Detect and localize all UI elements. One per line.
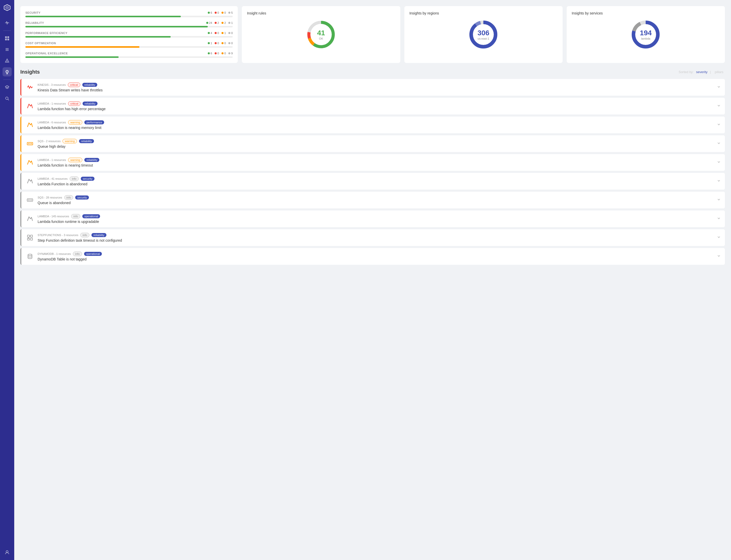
badge-item: 1	[228, 21, 233, 24]
insights-header: Insights Sorted by: severity | pillars	[20, 69, 725, 75]
badge-item: 0	[228, 31, 233, 35]
dot-icon	[208, 32, 210, 34]
insight-item[interactable]: DYNAMODB - 1 resourcesinfooperationalDyn…	[20, 248, 725, 265]
badge-item: 5	[228, 11, 233, 14]
expand-chevron-icon[interactable]	[717, 160, 721, 165]
pillar-row: OPERATIONAL EXCELLENCE6009	[25, 52, 233, 58]
insight-item[interactable]: SQS - 2 resourceswarningreliabilityQueue…	[20, 135, 725, 152]
dot-icon	[221, 52, 223, 54]
insight-meta: LAMBDA - 41 resourcesinfosecurity	[38, 176, 717, 181]
insight-severity-tag: critical	[68, 101, 80, 106]
insight-pillar-tag: security	[75, 195, 89, 200]
pillar-badges: 6005	[208, 11, 233, 14]
insight-item[interactable]: SQS - 28 resourcesinfosecurityQueue is a…	[20, 192, 725, 208]
svg-point-31	[31, 143, 32, 144]
insight-pillar-tag: reliability	[83, 102, 97, 106]
insight-pillar-tag: reliability	[84, 158, 99, 162]
main-content: SECURITY6005RELIABILITY24221PERFORMANCE …	[14, 0, 731, 560]
insight-severity-tag: warning	[68, 158, 83, 162]
pillar-name: RELIABILITY	[25, 21, 44, 24]
insight-severity-tag: info	[80, 233, 89, 237]
insight-item[interactable]: LAMBDA - 41 resourcesinfosecurityLambda …	[20, 173, 725, 190]
layers-icon[interactable]	[3, 83, 12, 92]
expand-chevron-icon[interactable]	[717, 104, 721, 109]
insight-service-name: DYNAMODB - 1 resources	[38, 252, 71, 255]
expand-chevron-icon[interactable]	[717, 85, 721, 90]
insight-description: Kinesis Data Stream writes have throttle…	[38, 88, 717, 92]
insight-meta: DYNAMODB - 1 resourcesinfooperational	[38, 252, 717, 256]
insight-item[interactable]: STEPFUNCTIONS - 3 resourcesinforeliabili…	[20, 229, 725, 246]
insight-content: LAMBDA - 1 resourcescriticalreliabilityL…	[38, 101, 717, 111]
insight-service-name: STEPFUNCTIONS - 3 resources	[38, 234, 78, 237]
insight-meta: KINESIS - 3 resourcescriticalreliability	[38, 83, 717, 87]
dot-icon	[208, 12, 210, 14]
insight-content: KINESIS - 3 resourcescriticalreliability…	[38, 83, 717, 92]
insights-by-services-donut: 194 lambda	[572, 19, 720, 50]
dot-icon	[221, 12, 223, 14]
insight-meta: LAMBDA - 6 resourceswarningperformance	[38, 120, 717, 125]
alert-icon[interactable]	[3, 56, 12, 65]
svg-rect-0	[5, 36, 7, 38]
insight-severity-tag: info	[71, 214, 80, 219]
insights-by-regions-label: us-east-1	[478, 37, 490, 40]
top-section: SECURITY6005RELIABILITY24221PERFORMANCE …	[20, 6, 725, 63]
insights-by-regions-number: 306	[478, 29, 490, 37]
insight-service-icon	[25, 195, 35, 205]
svg-point-17	[6, 551, 8, 553]
insight-meta: LAMBDA - 1 resourcescriticalreliability	[38, 101, 717, 106]
progress-fill	[25, 36, 171, 38]
insight-rules-card: Insight rules 41 OK	[242, 6, 400, 63]
insight-content: LAMBDA - 41 resourcesinfosecurityLambda …	[38, 176, 717, 186]
insight-content: LAMBDA - 145 resourcesinfooperationalLam…	[38, 214, 717, 224]
insight-severity-tag: warning	[62, 139, 77, 143]
insight-description: Lambda function is nearing timeout	[38, 163, 717, 167]
badge-item: 0	[215, 52, 219, 55]
insight-severity-tag: info	[70, 176, 79, 181]
insights-by-services-donut-wrap: 194 lambda	[630, 19, 661, 50]
user-icon[interactable]	[3, 548, 12, 557]
insight-item[interactable]: LAMBDA - 1 resourceswarningreliabilityLa…	[20, 154, 725, 171]
expand-chevron-icon[interactable]	[717, 141, 721, 146]
badge-item: 24	[206, 21, 212, 24]
insight-severity-tag: critical	[68, 83, 80, 87]
expand-chevron-icon[interactable]	[717, 235, 721, 240]
search-icon[interactable]	[3, 94, 12, 103]
sort-severity-link[interactable]: severity	[696, 70, 708, 74]
expand-chevron-icon[interactable]	[717, 254, 721, 259]
insight-description: Queue high delay	[38, 144, 717, 149]
insights-by-regions-card: Insights by regions 306 us-east-1	[405, 6, 563, 63]
sort-pillars-link[interactable]: pillars	[715, 70, 723, 74]
insight-service-icon	[25, 214, 35, 223]
badge-item: 4	[208, 31, 212, 35]
pulse-icon[interactable]	[3, 18, 12, 27]
dot-icon	[221, 22, 223, 24]
progress-bar	[25, 16, 233, 17]
insight-item[interactable]: LAMBDA - 1 resourcescriticalreliabilityL…	[20, 98, 725, 114]
insights-icon[interactable]	[3, 67, 12, 76]
svg-point-34	[29, 200, 30, 201]
badge-item: 0	[215, 42, 219, 45]
svg-rect-3	[7, 39, 9, 40]
badge-item: 0	[221, 52, 226, 55]
expand-chevron-icon[interactable]	[717, 197, 721, 203]
pillar-badges: 6009	[208, 52, 233, 55]
insight-service-name: LAMBDA - 6 resources	[38, 121, 66, 124]
dashboard-icon[interactable]	[3, 34, 12, 43]
insight-service-icon	[25, 252, 35, 261]
insight-description: DynamoDB Table is not tagged	[38, 257, 717, 261]
expand-chevron-icon[interactable]	[717, 179, 721, 184]
insight-rules-title: Insight rules	[247, 11, 266, 15]
insight-service-icon	[25, 120, 35, 129]
expand-chevron-icon[interactable]	[717, 216, 721, 222]
insight-item[interactable]: LAMBDA - 6 resourceswarningperformanceLa…	[20, 117, 725, 133]
insight-item[interactable]: KINESIS - 3 resourcescriticalreliability…	[20, 79, 725, 96]
insight-pillar-tag: reliability	[91, 233, 106, 237]
expand-chevron-icon[interactable]	[717, 122, 721, 128]
badge-item: 0	[215, 11, 219, 14]
list-icon[interactable]	[3, 45, 12, 54]
insight-meta: LAMBDA - 145 resourcesinfooperational	[38, 214, 717, 219]
insight-service-icon	[25, 177, 35, 186]
svg-point-8	[7, 62, 7, 62]
progress-fill	[25, 56, 119, 58]
insight-item[interactable]: LAMBDA - 145 resourcesinfooperationalLam…	[20, 210, 725, 227]
